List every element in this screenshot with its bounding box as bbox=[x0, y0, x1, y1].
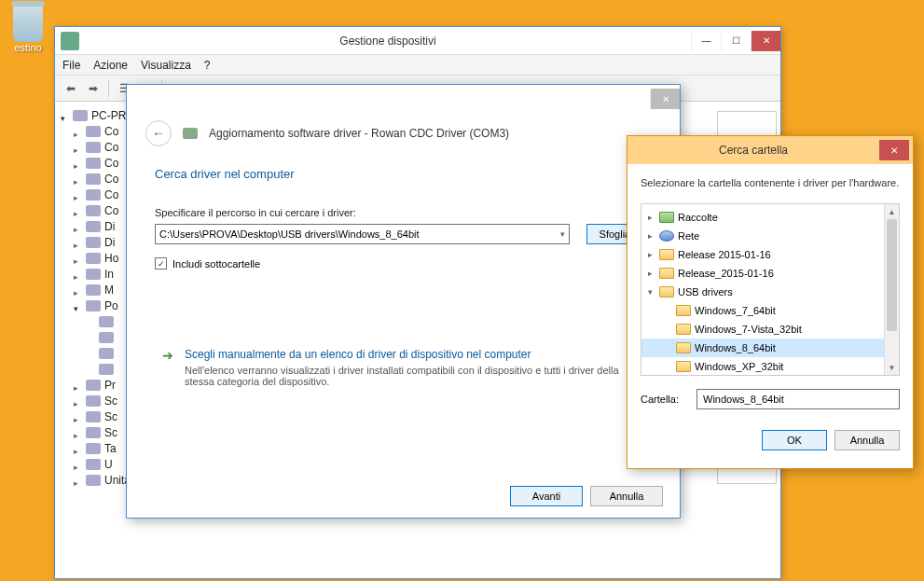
expand-icon[interactable] bbox=[74, 396, 82, 405]
desktop-recycle-bin[interactable]: estino bbox=[5, 5, 51, 53]
expand-icon[interactable] bbox=[74, 206, 82, 214]
device-icon bbox=[86, 443, 101, 454]
menu-view[interactable]: Visualizza bbox=[141, 59, 191, 72]
expand-icon[interactable] bbox=[74, 190, 82, 199]
folder-icon bbox=[676, 324, 691, 335]
expand-icon[interactable] bbox=[74, 412, 82, 421]
tree-item-label: M bbox=[104, 284, 114, 297]
expand-icon[interactable] bbox=[74, 301, 82, 310]
close-button[interactable]: ✕ bbox=[751, 31, 780, 51]
scroll-up-icon[interactable]: ▲ bbox=[885, 204, 899, 219]
driver-header-title: Aggiornamento software driver - Rowan CD… bbox=[209, 127, 509, 140]
browse-cancel-button[interactable]: Annulla bbox=[834, 430, 900, 450]
devmgr-app-icon bbox=[61, 32, 79, 50]
tree-item-release2[interactable]: ▸Release_2015-01-16 bbox=[641, 264, 899, 283]
tree-item-label: Di bbox=[104, 220, 115, 233]
device-icon bbox=[86, 126, 101, 137]
library-icon bbox=[659, 212, 674, 223]
expand-icon[interactable]: ▸ bbox=[645, 231, 655, 241]
tree-item-win7-64[interactable]: Windows_7_64bit bbox=[641, 301, 899, 320]
driver-option-title: Scegli manualmente da un elenco di drive… bbox=[185, 348, 644, 361]
folder-icon bbox=[676, 361, 691, 372]
tree-item-label: Co bbox=[104, 204, 118, 217]
menu-help[interactable]: ? bbox=[204, 59, 211, 72]
include-subfolders-checkbox[interactable]: ✓ Includi sottocartelle bbox=[155, 257, 652, 270]
folder-field-label: Cartella: bbox=[641, 394, 689, 405]
next-button[interactable]: Avanti bbox=[510, 486, 583, 506]
tree-item-win7-vista-32[interactable]: Windows_7-Vista_32bit bbox=[641, 320, 899, 339]
tree-label: Raccolte bbox=[678, 212, 718, 223]
browse-message: Selezionare la cartella contenente i dri… bbox=[641, 177, 900, 188]
expand-icon[interactable]: ▸ bbox=[645, 269, 655, 278]
folder-icon bbox=[659, 268, 674, 279]
folder-icon bbox=[659, 249, 674, 260]
driver-path-label: Specificare il percorso in cui cercare i… bbox=[155, 207, 652, 218]
expand-icon[interactable] bbox=[74, 476, 82, 484]
menu-action[interactable]: Azione bbox=[93, 59, 128, 72]
forward-arrow-icon[interactable]: ➡ bbox=[83, 79, 103, 98]
driver-search-heading: Cerca driver nel computer bbox=[155, 167, 652, 181]
tree-scrollbar[interactable]: ▲ ▼ bbox=[884, 204, 899, 375]
driver-close-button[interactable]: ✕ bbox=[650, 89, 680, 109]
device-icon bbox=[86, 475, 101, 486]
tree-item-release1[interactable]: ▸Release 2015-01-16 bbox=[641, 245, 899, 264]
tree-item-label: Co bbox=[104, 173, 118, 186]
expand-icon[interactable] bbox=[74, 143, 82, 151]
chevron-down-icon: ▾ bbox=[560, 229, 565, 239]
cancel-button[interactable]: Annulla bbox=[590, 486, 663, 506]
browse-folder-tree[interactable]: ▸Raccolte ▸Rete ▸Release 2015-01-16 ▸Rel… bbox=[641, 203, 900, 376]
expand-icon[interactable] bbox=[74, 174, 82, 183]
maximize-button[interactable]: ☐ bbox=[721, 31, 751, 51]
expand-icon[interactable] bbox=[74, 159, 82, 167]
tree-item-win8-64-selected[interactable]: Windows_8_64bit bbox=[641, 339, 899, 357]
device-icon bbox=[99, 348, 114, 359]
tree-item-rete[interactable]: ▸Rete bbox=[641, 227, 899, 245]
device-icon bbox=[99, 316, 114, 327]
right-arrow-icon: ➔ bbox=[162, 348, 173, 387]
recycle-bin-icon bbox=[13, 5, 43, 42]
include-subfolders-label: Includi sottocartelle bbox=[172, 258, 260, 270]
device-icon bbox=[86, 173, 101, 185]
tree-label: Release 2015-01-16 bbox=[678, 249, 771, 260]
device-icon bbox=[86, 395, 101, 407]
folder-field[interactable] bbox=[696, 389, 900, 409]
expand-icon[interactable] bbox=[74, 444, 82, 452]
menu-file[interactable]: File bbox=[62, 59, 80, 72]
devmgr-titlebar: Gestione dispositivi — ☐ ✕ bbox=[55, 27, 780, 55]
device-icon bbox=[86, 221, 101, 232]
device-icon bbox=[86, 253, 101, 264]
browse-close-button[interactable]: ✕ bbox=[879, 140, 909, 160]
device-icon bbox=[86, 380, 101, 391]
expand-icon[interactable]: ▸ bbox=[645, 250, 655, 259]
tree-item-usb-drivers[interactable]: ▾USB drivers bbox=[641, 283, 899, 301]
device-icon bbox=[86, 427, 101, 438]
back-arrow-icon[interactable]: ⬅ bbox=[61, 79, 81, 98]
driver-back-button[interactable]: ← bbox=[145, 120, 172, 146]
expand-icon[interactable] bbox=[74, 238, 82, 246]
device-icon bbox=[86, 205, 101, 216]
driver-manual-pick-option[interactable]: ➔ Scegli manualmente da un elenco di dri… bbox=[155, 340, 652, 394]
tree-item-label: Sc bbox=[104, 410, 117, 423]
minimize-button[interactable]: — bbox=[691, 31, 721, 51]
expand-icon[interactable] bbox=[74, 428, 82, 436]
device-icon bbox=[86, 411, 101, 422]
expand-icon[interactable] bbox=[74, 270, 82, 278]
expand-icon[interactable] bbox=[74, 222, 82, 230]
scroll-down-icon[interactable]: ▼ bbox=[885, 360, 899, 375]
scroll-thumb[interactable] bbox=[887, 219, 897, 331]
ok-button[interactable]: OK bbox=[762, 430, 827, 450]
expand-icon[interactable] bbox=[74, 380, 82, 389]
tree-item-winxp-32[interactable]: Windows_XP_32bit bbox=[641, 357, 899, 376]
tree-item-raccolte[interactable]: ▸Raccolte bbox=[641, 208, 899, 227]
tree-item-label: Co bbox=[104, 141, 118, 154]
expand-icon[interactable] bbox=[74, 460, 82, 468]
expand-icon[interactable]: ▸ bbox=[645, 213, 655, 222]
expand-icon[interactable] bbox=[61, 111, 69, 119]
driver-path-combo[interactable]: C:\Users\PROVA\Desktop\USB drivers\Windo… bbox=[155, 224, 570, 244]
collapse-icon[interactable]: ▾ bbox=[645, 287, 655, 297]
expand-icon[interactable] bbox=[74, 285, 82, 294]
expand-icon[interactable] bbox=[74, 254, 82, 262]
driver-card-icon bbox=[183, 128, 198, 139]
tree-item-label: Co bbox=[104, 188, 118, 201]
expand-icon[interactable] bbox=[74, 127, 82, 135]
